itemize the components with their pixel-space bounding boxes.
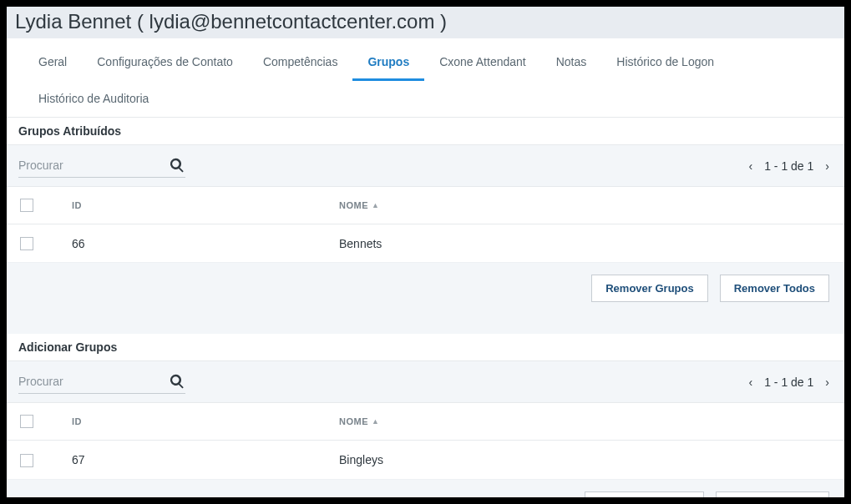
tab-historico-logon[interactable]: Histórico de Logon	[601, 43, 729, 80]
add-search-input[interactable]	[18, 375, 169, 388]
row-checkbox[interactable]	[20, 237, 33, 250]
add-pager-text: 1 - 1 de 1	[764, 375, 813, 389]
tab-competencias[interactable]: Competências	[248, 43, 353, 80]
row-id: 67	[47, 441, 331, 479]
tab-cxone-attendant[interactable]: Cxone Attendant	[424, 43, 541, 80]
tab-grupos[interactable]: Grupos	[352, 43, 424, 80]
row-name: Bingleys	[331, 441, 844, 479]
add-all-button[interactable]: Adicionar Todos	[716, 491, 829, 497]
pager-next-icon[interactable]: ›	[822, 375, 833, 389]
remove-all-button[interactable]: Remover Todos	[720, 275, 829, 302]
assigned-search-input[interactable]	[18, 159, 169, 172]
tab-historico-auditoria[interactable]: Histórico de Auditoria	[23, 80, 164, 117]
assigned-header-checkbox[interactable]	[20, 199, 33, 212]
remove-groups-button[interactable]: Remover Grupos	[591, 275, 707, 302]
table-row[interactable]: 66 Bennets	[7, 224, 844, 263]
assigned-col-name[interactable]: NOME ▲	[331, 187, 844, 224]
row-checkbox[interactable]	[20, 454, 33, 467]
sort-asc-icon: ▲	[372, 201, 379, 209]
row-id: 66	[47, 224, 331, 263]
assigned-col-name-label: NOME	[339, 200, 368, 210]
add-col-name-label: NOME	[339, 416, 368, 426]
add-table: ID NOME ▲ 67 Bingleys	[7, 402, 844, 479]
assigned-table: ID NOME ▲ 66 Bennets	[7, 186, 844, 263]
page-title: Lydia Bennet ( lydia@bennetcontactcenter…	[7, 7, 844, 38]
table-row[interactable]: 67 Bingleys	[7, 441, 844, 479]
tabs-bar: Geral Configurações de Contato Competênc…	[7, 38, 844, 118]
search-icon[interactable]	[169, 373, 185, 390]
assigned-col-id[interactable]: ID	[47, 187, 331, 224]
tab-notas[interactable]: Notas	[541, 43, 602, 80]
sort-asc-icon: ▲	[372, 417, 379, 426]
add-section-title: Adicionar Grupos	[7, 334, 844, 361]
pager-next-icon[interactable]: ›	[822, 159, 833, 173]
search-icon[interactable]	[169, 157, 185, 174]
tab-configuracoes-contato[interactable]: Configurações de Contato	[82, 43, 248, 80]
assigned-pager-text: 1 - 1 de 1	[764, 159, 813, 173]
add-col-id[interactable]: ID	[47, 403, 331, 441]
pager-prev-icon[interactable]: ‹	[746, 375, 757, 389]
add-search[interactable]	[18, 370, 185, 394]
add-groups-button[interactable]: Adicionar Grupos	[585, 491, 705, 497]
add-pager: ‹ 1 - 1 de 1 ›	[746, 375, 833, 389]
tab-geral[interactable]: Geral	[23, 43, 82, 80]
assigned-search[interactable]	[18, 154, 185, 178]
add-col-name[interactable]: NOME ▲	[331, 403, 844, 441]
assigned-section-title: Grupos Atribuídos	[7, 118, 844, 145]
row-name: Bennets	[331, 224, 844, 263]
assigned-pager: ‹ 1 - 1 de 1 ›	[746, 159, 833, 173]
add-header-checkbox[interactable]	[20, 415, 33, 428]
pager-prev-icon[interactable]: ‹	[746, 159, 757, 173]
